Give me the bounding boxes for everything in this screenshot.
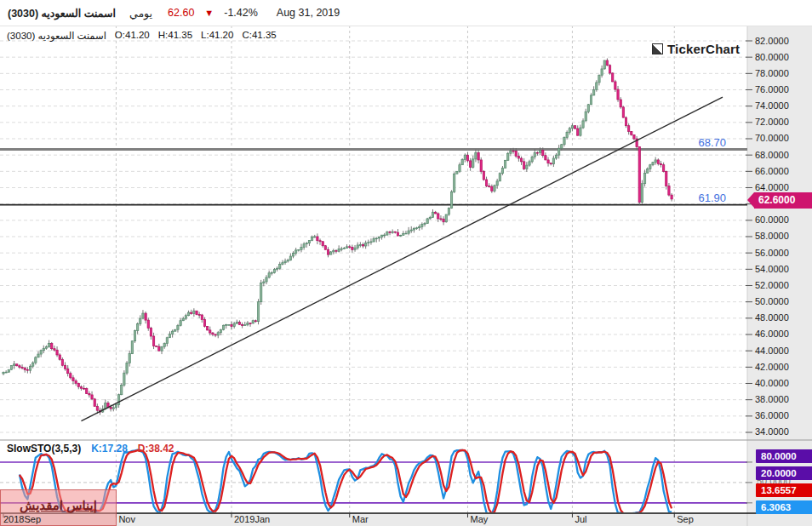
x-axis-label: 2019Jan [234, 514, 270, 524]
indicator-badge-k: 6.3063 [756, 500, 812, 514]
user-watermark-text: إيناس امقديش [20, 498, 97, 513]
indicator-name[interactable]: SlowSTO(3,5,3) [7, 443, 81, 455]
chart-date: Aug 31, 2019 [277, 7, 340, 19]
ohlc-symbol-name: اسمنت السعوديه (3030) [7, 30, 106, 42]
ohlc-low: L:41.20 [201, 30, 233, 42]
support-line-label: 61.90 [675, 192, 726, 204]
tickerchart-logo: TickerChart [652, 42, 740, 56]
price-axis-label: 72.0000 [755, 117, 789, 127]
tickerchart-logo-text: TickerChart [667, 42, 740, 56]
x-axis-label: 2018Sep [3, 514, 41, 524]
x-axis-label: May [470, 514, 488, 524]
ohlc-close: C:41.35 [242, 30, 276, 42]
indicator-d-value: D:38.42 [138, 443, 174, 455]
timeframe-selector[interactable]: يومي [129, 7, 152, 20]
price-axis-label: 66.0000 [755, 166, 789, 176]
price-axis-label: 78.0000 [755, 68, 789, 78]
price-axis-label: 64.0000 [755, 182, 789, 192]
indicator-k-value: K:17.28 [91, 443, 128, 455]
price-axis-label: 82.0000 [755, 36, 789, 46]
price-axis-label: 68.0000 [755, 150, 789, 160]
price-axis-label: 42.0000 [755, 362, 789, 372]
price-axis-label: 44.0000 [755, 346, 789, 356]
price-axis-label: 56.0000 [755, 248, 789, 258]
tickerchart-logo-icon [652, 43, 663, 54]
price-axis-label: 70.0000 [755, 133, 789, 143]
indicator-badge-upper: 80.0000 [756, 449, 812, 463]
price-axis-label: 38.0000 [755, 394, 789, 404]
price-axis-label: 46.0000 [755, 329, 789, 339]
last-price: 62.60 [168, 7, 194, 19]
resistance-line-label: 68.70 [675, 136, 726, 149]
price-axis-label: 36.0000 [755, 410, 789, 420]
tickerchart-window: اسمنت السعوديه (3030) يومي 62.60 ▼ -1.42… [0, 0, 812, 526]
price-axis-label: 50.0000 [755, 296, 789, 306]
indicator-badge-d: 13.6557 [756, 483, 812, 497]
change-percent: -1.42% [224, 7, 258, 19]
x-axis-label: Mar [352, 514, 369, 524]
ohlc-info-bar: اسمنت السعوديه (3030) O:41.20 H:41.35 L:… [7, 30, 277, 42]
top-bar: اسمنت السعوديه (3030) يومي 62.60 ▼ -1.42… [0, 0, 812, 26]
price-axis-label: 60.0000 [755, 214, 789, 225]
symbol-name[interactable]: اسمنت السعوديه (3030) [8, 7, 116, 20]
x-axis-label: Sep [677, 514, 694, 524]
ohlc-open: O:41.20 [115, 30, 150, 42]
x-axis-label: Nov [118, 514, 135, 524]
price-axis-label: 40.0000 [755, 378, 789, 388]
price-axis-label: 52.0000 [755, 280, 789, 290]
price-axis-label: 76.0000 [755, 84, 789, 94]
price-axis-label: 34.0000 [755, 426, 789, 437]
x-axis-label: Jul [575, 514, 586, 524]
current-price-badge: 62.6000 [754, 192, 812, 209]
price-axis-label: 48.0000 [755, 312, 789, 323]
indicator-badge-lower: 20.0000 [756, 466, 812, 480]
price-axis-label: 74.0000 [755, 100, 789, 111]
indicator-header: SlowSTO(3,5,3) K:17.28 D:38.42 [7, 443, 174, 455]
price-axis-label: 80.0000 [755, 52, 789, 62]
down-arrow-icon: ▼ [204, 8, 214, 18]
price-axis-label: 54.0000 [755, 264, 789, 274]
price-axis-label: 58.0000 [755, 231, 789, 241]
ohlc-high: H:41.35 [158, 30, 192, 42]
